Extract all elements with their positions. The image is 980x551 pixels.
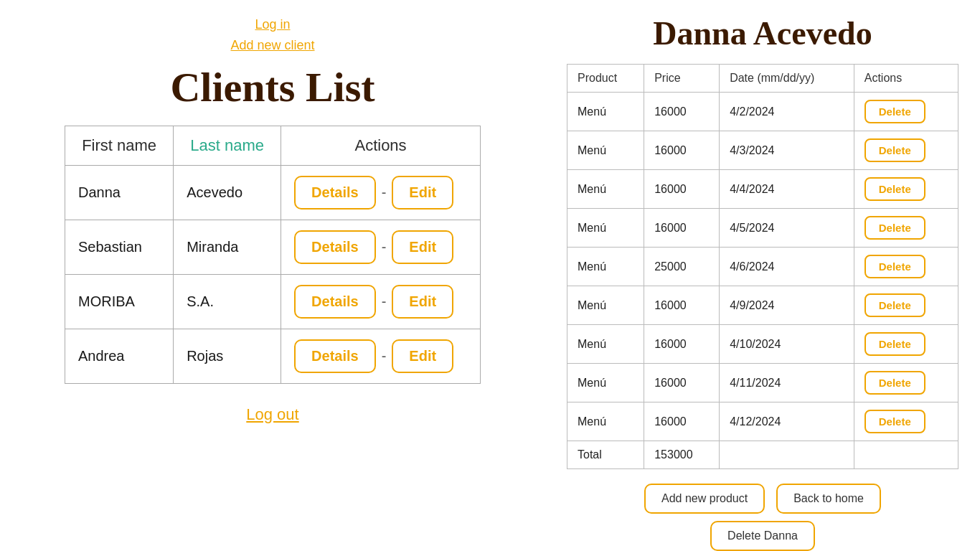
detail-row: Menú 16000 4/12/2024 Delete [567,402,958,441]
details-button[interactable]: Details [294,339,376,373]
details-button[interactable]: Details [294,285,376,319]
clients-table: First name Last name Actions Danna Aceve… [65,126,481,384]
delete-client-button[interactable]: Delete Danna [710,521,815,551]
add-client-link[interactable]: Add new client [230,35,314,56]
total-row: Total 153000 [567,441,958,469]
table-row: Sebastian Miranda Details - Edit [65,220,481,274]
detail-delete-cell: Delete [854,93,958,131]
detail-price: 16000 [644,325,720,364]
detail-row: Menú 16000 4/4/2024 Delete [567,170,958,209]
detail-product: Menú [567,402,644,441]
client-lastname: S.A. [174,274,281,329]
separator: - [382,348,387,364]
right-panel: Danna Acevedo Product Price Date (mm/dd/… [545,0,980,551]
client-lastname: Rojas [174,329,281,383]
top-links: Log in Add new client [230,14,314,56]
detail-row: Menú 16000 4/5/2024 Delete [567,209,958,248]
total-label: Total [567,441,644,469]
separator: - [382,293,387,310]
bottom-buttons: Add new product Back to home Delete Dann… [644,484,881,551]
detail-price: 16000 [644,170,720,209]
detail-delete-cell: Delete [854,325,958,364]
page-title: Clients List [170,63,374,111]
detail-product: Menú [567,325,644,364]
detail-col-date: Date (mm/dd/yy) [720,65,854,93]
detail-product: Menú [567,286,644,325]
detail-table-header-row: Product Price Date (mm/dd/yy) Actions [567,65,958,93]
detail-date: 4/9/2024 [720,286,854,325]
detail-date: 4/6/2024 [720,248,854,286]
detail-delete-cell: Delete [854,402,958,441]
clients-table-header-row: First name Last name Actions [65,126,481,165]
detail-date: 4/12/2024 [720,402,854,441]
bottom-row: Add new product Back to home [644,484,881,514]
detail-row: Menú 16000 4/9/2024 Delete [567,286,958,325]
detail-product: Menú [567,93,644,131]
details-button[interactable]: Details [294,176,376,209]
delete-row-button[interactable]: Delete [864,332,925,356]
detail-delete-cell: Delete [854,286,958,325]
detail-date: 4/5/2024 [720,209,854,248]
col-header-lastname: Last name [174,126,281,165]
detail-col-price: Price [644,65,720,93]
detail-price: 16000 [644,286,720,325]
detail-price: 16000 [644,209,720,248]
detail-product: Menú [567,248,644,286]
delete-row-button[interactable]: Delete [864,371,925,395]
client-actions-cell: Details - Edit [281,165,481,220]
separator: - [382,184,387,201]
edit-button[interactable]: Edit [392,285,453,319]
delete-row-button[interactable]: Delete [864,177,925,201]
edit-button[interactable]: Edit [392,339,453,373]
detail-col-product: Product [567,65,644,93]
detail-date: 4/10/2024 [720,325,854,364]
delete-row-button[interactable]: Delete [864,138,925,162]
col-header-firstname: First name [65,126,174,165]
left-panel: Log in Add new client Clients List First… [0,0,545,551]
client-detail-title: Danna Acevedo [653,14,872,52]
table-row: Danna Acevedo Details - Edit [65,165,481,220]
client-lastname: Miranda [174,220,281,274]
delete-row-button[interactable]: Delete [864,216,925,240]
details-button[interactable]: Details [294,230,376,264]
delete-row-button[interactable]: Delete [864,410,925,433]
delete-row-button[interactable]: Delete [864,293,925,317]
client-firstname: Danna [65,165,174,220]
client-firstname: Andrea [65,329,174,383]
table-row: Andrea Rojas Details - Edit [65,329,481,383]
client-actions-cell: Details - Edit [281,274,481,329]
detail-price: 16000 [644,93,720,131]
total-value: 153000 [644,441,720,469]
detail-delete-cell: Delete [854,209,958,248]
edit-button[interactable]: Edit [392,230,453,264]
client-actions-cell: Details - Edit [281,220,481,274]
detail-product: Menú [567,209,644,248]
detail-price: 16000 [644,131,720,170]
detail-delete-cell: Delete [854,364,958,402]
back-to-home-button[interactable]: Back to home [776,484,881,514]
detail-price: 25000 [644,248,720,286]
detail-delete-cell: Delete [854,248,958,286]
detail-table: Product Price Date (mm/dd/yy) Actions Me… [567,64,958,469]
detail-delete-cell: Delete [854,131,958,170]
detail-row: Menú 16000 4/11/2024 Delete [567,364,958,402]
client-firstname: MORIBA [65,274,174,329]
logout-link[interactable]: Log out [246,405,298,424]
edit-button[interactable]: Edit [392,176,453,209]
detail-row: Menú 16000 4/3/2024 Delete [567,131,958,170]
detail-date: 4/4/2024 [720,170,854,209]
detail-price: 16000 [644,402,720,441]
table-row: MORIBA S.A. Details - Edit [65,274,481,329]
client-lastname: Acevedo [174,165,281,220]
add-product-button[interactable]: Add new product [644,484,765,514]
detail-price: 16000 [644,364,720,402]
detail-product: Menú [567,131,644,170]
delete-row-button[interactable]: Delete [864,100,925,123]
detail-date: 4/3/2024 [720,131,854,170]
delete-row-button[interactable]: Delete [864,255,925,278]
col-header-actions: Actions [281,126,481,165]
login-link[interactable]: Log in [255,14,290,35]
detail-delete-cell: Delete [854,170,958,209]
client-firstname: Sebastian [65,220,174,274]
detail-date: 4/11/2024 [720,364,854,402]
